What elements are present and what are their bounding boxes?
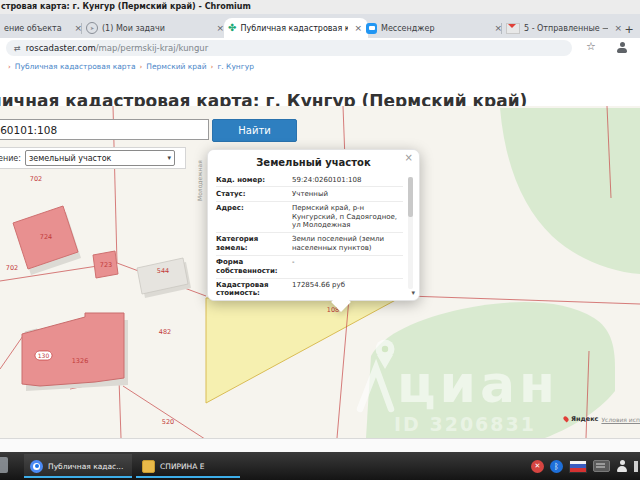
tab-my-tasks[interactable]: ➤ (1) Мои задачи × (82, 18, 230, 38)
parcel-label: 544 (157, 267, 169, 275)
parcel-label: 130 (38, 352, 50, 359)
tasks-favicon: ➤ (86, 22, 98, 34)
tray-error-icon[interactable]: ✕ (531, 460, 544, 473)
url-path: /map/permskij-kraj/kungur (96, 43, 209, 53)
taskbar: Публичная кадас... СПИРИНА Е ✕ ᛒ (0, 452, 640, 480)
url-host: roscadaster.com (26, 43, 96, 53)
bookmark-star-icon[interactable]: ☆ (586, 40, 596, 53)
chevron-down-icon: ▾ (167, 154, 171, 162)
taskbar-item-document[interactable]: СПИРИНА Е (136, 454, 240, 478)
tray-partial-icon[interactable] (634, 461, 638, 472)
taskbar-item-label: Публичная кадас... (48, 462, 123, 471)
mail-favicon (506, 23, 520, 34)
keyboard-layout-flag-icon[interactable] (569, 460, 587, 473)
breadcrumb-link-map[interactable]: Публичная кадастровая карта (15, 62, 136, 71)
taskbar-item-label: СПИРИНА Е (160, 462, 205, 471)
profile-icon[interactable] (616, 41, 628, 54)
tab-cadastre-map-active[interactable]: ✤ Публичная кадастровая ка × (224, 18, 368, 38)
tab-strip: ение объекта × ➤ (1) Мои задачи × ✤ Публ… (0, 14, 640, 38)
map-attribution: Яндекс Условия использования (564, 415, 640, 423)
parcel-label: 702 (6, 264, 18, 272)
table-row: Статус: Учтенный (216, 186, 403, 200)
taskbar-item-browser[interactable]: Публичная кадас... (24, 454, 132, 478)
table-row: Категория земель: Земли поселений (земли… (216, 232, 403, 255)
tab-messenger[interactable]: Мессенджер × (362, 18, 508, 38)
popup-title: Земельный участок (208, 157, 419, 168)
display-mode-box: Отображение: земельный участок ▾ (0, 147, 186, 169)
layer-select-value: земельный участок (29, 154, 111, 163)
table-row: Адрес: Пермский край, р-н Кунгурский, п … (216, 201, 403, 232)
parcel-info-popup: × Земельный участок Кад. номер: 59:24:02… (207, 149, 420, 301)
table-row: Форма собственности: - (216, 255, 403, 278)
document-icon (142, 460, 155, 473)
site-info-icon[interactable]: ⇄ (14, 44, 21, 53)
parcel-label: 702 (30, 175, 42, 183)
start-menu-icon[interactable] (0, 457, 8, 473)
system-tray: ✕ ᛒ (531, 452, 638, 480)
keyboard-icon[interactable] (593, 460, 610, 472)
parcel-label: 724 (40, 233, 52, 241)
table-row: Кадастровая стоимость: 172854.66 руб (216, 278, 403, 300)
terms-link[interactable]: Условия использования (601, 416, 640, 423)
breadcrumb: › Публичная кадастровая карта › Пермский… (8, 62, 254, 71)
find-button[interactable]: Найти (212, 119, 297, 142)
breadcrumb-link-region[interactable]: Пермский край (146, 62, 206, 71)
breadcrumb-link-city[interactable]: г. Кунгур (217, 62, 254, 71)
breadcrumb-arrow-icon: › (140, 63, 143, 71)
tab-object-definition[interactable]: ение объекта × (0, 18, 88, 38)
popup-scrollbar[interactable] (408, 177, 413, 289)
screen: стровая карта: г. Кунгур (Пермский край)… (0, 0, 640, 480)
cian-watermark-text: циан (397, 354, 559, 414)
new-tab-button[interactable]: + (622, 22, 636, 36)
parcel-label: 482 (159, 328, 171, 336)
browser-toolbar: ⇄ roscadaster.com/map/permskij-kraj/kung… (0, 38, 640, 59)
window-title: стровая карта: г. Кунгур (Пермский край)… (1, 2, 251, 11)
url-bar[interactable]: ⇄ roscadaster.com/map/permskij-kraj/kung… (6, 40, 572, 56)
yandex-logo[interactable]: Яндекс (571, 415, 598, 423)
window-titlebar: стровая карта: г. Кунгур (Пермский край)… (0, 0, 640, 15)
page-bottom-strip (0, 438, 640, 453)
active-task-indicator (24, 476, 132, 478)
tab-yandex-mail[interactable]: 5 - Отправленные — Яндекс × (502, 18, 628, 38)
url-text: roscadaster.com/map/permskij-kraj/kungur (26, 43, 209, 53)
chromium-icon (30, 460, 43, 473)
messenger-favicon (366, 23, 377, 34)
active-task-indicator (136, 476, 240, 478)
bluetooth-icon[interactable]: ᛒ (550, 460, 563, 473)
user-icon[interactable] (616, 460, 628, 473)
cadastre-favicon: ✤ (228, 23, 236, 33)
parcel-label: 723 (100, 261, 112, 269)
cian-watermark-id: ID 3206831 (394, 413, 536, 435)
parcel-attributes: Кад. номер: 59:24:0260101:108 Статус: Уч… (216, 173, 403, 300)
map-area[interactable]: 702 544 702 724 723 544 130 1326 482 520… (0, 106, 640, 438)
parcel-label: 1326 (72, 357, 89, 365)
breadcrumb-arrow-icon: › (211, 63, 214, 71)
street-label: Молодежная (196, 160, 203, 201)
scroll-down-icon[interactable]: ▾ (411, 289, 415, 297)
yandex-pin-icon (562, 415, 569, 422)
popup-body: × Земельный участок Кад. номер: 59:24:02… (208, 150, 419, 300)
cadastre-search-input[interactable] (0, 119, 209, 140)
parcel-label: 520 (162, 418, 174, 426)
table-row: Кад. номер: 59:24:0260101:108 (216, 173, 403, 186)
display-mode-label: Отображение: (0, 154, 21, 163)
breadcrumb-arrow-icon: › (8, 63, 11, 71)
close-icon[interactable]: × (405, 152, 413, 163)
layer-select[interactable]: земельный участок ▾ (25, 150, 175, 166)
scrollbar-thumb[interactable] (408, 177, 413, 217)
